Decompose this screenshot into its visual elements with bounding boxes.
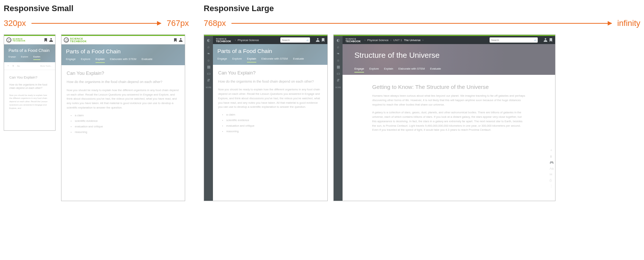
tool-print-icon[interactable]: ⎙ bbox=[550, 179, 554, 182]
sidebar-search-icon[interactable]: ⌕ bbox=[207, 45, 210, 49]
sidebar-bulb-icon[interactable]: ☼ bbox=[336, 58, 340, 62]
tab-engage[interactable]: Engage bbox=[66, 57, 76, 63]
tab-explain[interactable]: Explain bbox=[384, 67, 393, 73]
bookmark-icon[interactable] bbox=[322, 38, 324, 42]
sidebar-more-label[interactable]: MORE bbox=[336, 86, 341, 89]
range-row-small: 320px 767px bbox=[4, 18, 189, 29]
content-body: Getting to Know: The Structure of the Un… bbox=[343, 75, 555, 145]
tab-explain[interactable]: Explain bbox=[96, 57, 105, 63]
range-from-large: 768px bbox=[204, 19, 226, 28]
breadcrumb: › Physical Science bbox=[235, 39, 259, 42]
sidebar-share-icon[interactable]: ⇵ bbox=[336, 78, 340, 82]
range-arrow-icon bbox=[31, 23, 161, 24]
tab-evaluate[interactable]: Evaluate bbox=[293, 57, 304, 63]
sidebar: ◐ ⌕ ❧ ☼ ▦ ▭ ⇵ MORE bbox=[204, 36, 213, 201]
tab-elaborate[interactable]: Elaborate with STEM bbox=[398, 67, 425, 73]
sidebar-home-icon[interactable]: ◐ bbox=[336, 38, 340, 42]
search-input[interactable]: Search ⌕ bbox=[490, 37, 538, 43]
tool-upload-icon[interactable]: ⬆ bbox=[550, 155, 554, 159]
content-body: Can You Explain? How do the organisms in… bbox=[61, 65, 185, 141]
hero-title: Parts of a Food Chain bbox=[66, 48, 180, 54]
tab-evaluate[interactable]: Evaluate bbox=[141, 57, 153, 63]
add-icon[interactable]: ＋ bbox=[7, 64, 9, 67]
tab-engage[interactable]: Engage bbox=[354, 67, 364, 73]
tab-explain[interactable]: Explain bbox=[33, 56, 40, 60]
brand-logo[interactable]: SCIENCE TECHBOOK bbox=[216, 38, 231, 43]
upload-icon[interactable]: ⬆ bbox=[12, 65, 14, 67]
sidebar-leaf-icon[interactable]: ❧ bbox=[336, 51, 340, 55]
hero-tabs: Engage Explore Explain Elaborate with ST… bbox=[66, 57, 180, 63]
tab-explore[interactable]: Explore bbox=[369, 67, 379, 73]
content-subheading: How do the organisms in the food chain d… bbox=[218, 79, 322, 84]
tool-mail-icon[interactable]: ✉ bbox=[550, 173, 554, 176]
hero-tabs: Engage Explore Explain Elaborate with ST… bbox=[347, 67, 551, 73]
content-paragraph-2: A galaxy is a collection of stars, gases… bbox=[372, 110, 525, 132]
sidebar-folder-icon[interactable]: ▭ bbox=[336, 71, 340, 75]
content-heading: Can You Explain? bbox=[67, 70, 180, 76]
content-heading: Getting to Know: The Structure of the Un… bbox=[372, 84, 525, 90]
brand-logo[interactable]: SCIENCE TECHBOOK bbox=[6, 37, 26, 43]
chevron-right-icon: › bbox=[364, 39, 366, 42]
user-icon[interactable] bbox=[316, 38, 320, 42]
brand-line2: TECHBOOK bbox=[70, 40, 87, 43]
tool-more-icon[interactable]: ⋮ bbox=[550, 184, 554, 188]
content-heading: Can You Explain? bbox=[218, 70, 322, 76]
breadcrumb: › Physical Science › UNIT 1 The Universe… bbox=[364, 39, 423, 42]
chevron-right-icon: › bbox=[235, 39, 236, 42]
tool-add-icon[interactable]: ＋ bbox=[550, 148, 554, 153]
bookmark-icon[interactable] bbox=[550, 38, 552, 42]
user-icon[interactable] bbox=[544, 38, 547, 42]
tab-explore[interactable]: Explore bbox=[21, 56, 28, 60]
tab-engage[interactable]: Engage bbox=[9, 56, 16, 60]
hero-tabs: Engage Explore Explain Elaborate with ST… bbox=[217, 57, 323, 63]
logo-icon bbox=[64, 37, 69, 43]
text-size-button[interactable]: Aa bbox=[17, 65, 20, 67]
tab-elaborate[interactable]: Elaborate with STEM bbox=[261, 57, 288, 63]
range-arrow-icon bbox=[231, 23, 612, 24]
chevron-right-icon: › bbox=[390, 39, 391, 42]
tab-engage[interactable]: Engage bbox=[217, 57, 227, 63]
sidebar-bulb-icon[interactable]: ☼ bbox=[207, 58, 210, 62]
more-tools-button[interactable]: More Tools... bbox=[40, 65, 52, 67]
mockup-320: SCIENCE TECHBOOK Parts of a Food Chain E… bbox=[4, 34, 56, 131]
mockup-767: SCIENCE TECHBOOK Parts of a Food Chain E… bbox=[61, 34, 185, 201]
list-item: evaluation and critique bbox=[226, 124, 322, 127]
crumb-unit-prefix[interactable]: UNIT 1 bbox=[393, 39, 402, 42]
user-icon[interactable] bbox=[49, 38, 53, 42]
search-input[interactable]: Search ⌕ bbox=[280, 37, 310, 43]
tab-elaborate[interactable]: Elaborate with STEM bbox=[110, 57, 136, 63]
sidebar-share-icon[interactable]: ⇵ bbox=[207, 78, 210, 82]
tab-explore[interactable]: Explore bbox=[81, 57, 90, 63]
content-paragraph: Now you should be ready to explain how t… bbox=[218, 87, 322, 109]
crumb-course[interactable]: Physical Science bbox=[238, 39, 259, 42]
user-icon[interactable] bbox=[179, 38, 183, 42]
crumb-unit-title[interactable]: The Universe bbox=[404, 39, 421, 42]
tool-text-icon[interactable]: Aa bbox=[550, 167, 554, 170]
sidebar-search-icon[interactable]: ⌕ bbox=[336, 45, 340, 49]
hero-title: Parts of a Food Chain bbox=[217, 48, 323, 54]
tool-game-icon[interactable]: 🎮 bbox=[550, 161, 554, 164]
brand-logo[interactable]: SCIENCE TECHBOOK bbox=[346, 38, 361, 43]
sidebar-leaf-icon[interactable]: ❧ bbox=[207, 51, 210, 55]
content-body: Can You Explain? How do the organisms in… bbox=[213, 65, 327, 140]
sidebar-grid-icon[interactable]: ▦ bbox=[336, 65, 340, 69]
search-icon[interactable]: ⌕ bbox=[534, 38, 536, 42]
brand-line2: TECHBOOK bbox=[216, 40, 231, 43]
search-icon[interactable]: ⌕ bbox=[307, 38, 308, 42]
sidebar-home-icon[interactable]: ◐ bbox=[207, 38, 210, 42]
topbar-dark: SCIENCE TECHBOOK › Physical Science › UN… bbox=[343, 36, 555, 44]
crumb-course[interactable]: Physical Science bbox=[367, 39, 388, 42]
sidebar-grid-icon[interactable]: ▦ bbox=[207, 65, 210, 69]
tab-explore[interactable]: Explore bbox=[232, 57, 242, 63]
sidebar-more-label[interactable]: MORE bbox=[206, 86, 211, 89]
sidebar-folder-icon[interactable]: ▭ bbox=[207, 71, 210, 75]
bookmark-icon[interactable] bbox=[174, 38, 177, 42]
bookmark-icon[interactable] bbox=[44, 38, 47, 42]
list-item: reasoning bbox=[75, 130, 180, 134]
content-subheading: How do the organisms in the food chain d… bbox=[67, 80, 180, 84]
tab-explain[interactable]: Explain bbox=[247, 57, 256, 63]
range-row-large: 768px infinity bbox=[204, 18, 640, 29]
tab-evaluate[interactable]: Evaluate bbox=[430, 67, 441, 73]
topbar-dark: SCIENCE TECHBOOK › Physical Science Sear… bbox=[213, 36, 327, 44]
brand-logo[interactable]: SCIENCE TECHBOOK bbox=[64, 37, 87, 43]
